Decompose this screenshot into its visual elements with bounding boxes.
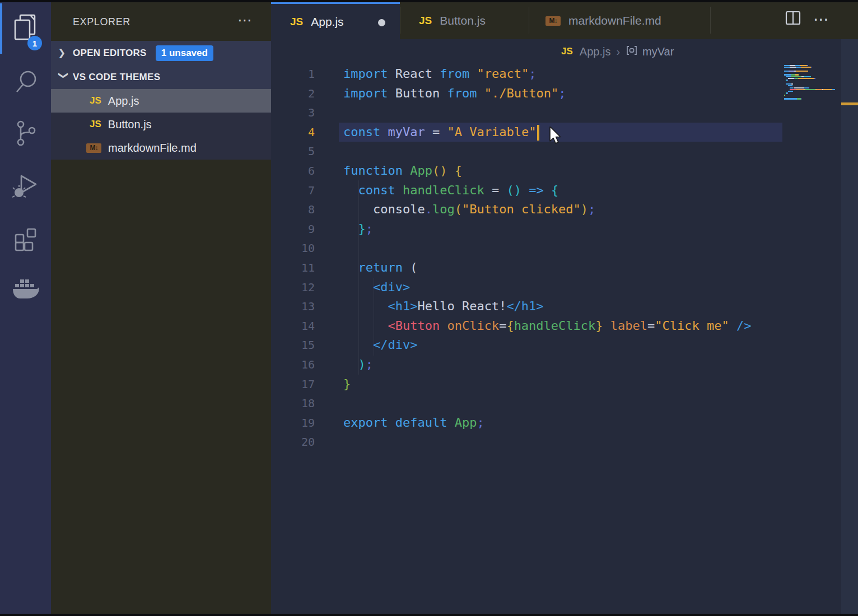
markdown-file-icon: M↓	[545, 16, 561, 26]
javascript-file-icon: JS	[419, 15, 432, 27]
activity-item-docker[interactable]	[0, 269, 51, 314]
breadcrumb-separator-icon: ›	[616, 45, 620, 58]
activity-bar: 1	[0, 0, 52, 616]
chevron-down-icon	[58, 72, 69, 83]
code-line[interactable]: };	[343, 220, 752, 239]
markdown-file-icon: M↓	[86, 143, 101, 153]
line-number: 4	[271, 123, 315, 142]
editor-actions: ⋯	[785, 2, 858, 37]
javascript-file-icon: JS	[290, 16, 303, 28]
mouse-pointer	[549, 127, 566, 148]
editor-more-actions-icon[interactable]: ⋯	[813, 2, 831, 37]
line-number: 15	[271, 335, 315, 355]
line-number: 6	[271, 161, 315, 181]
code-line[interactable]	[343, 394, 752, 413]
code-editor[interactable]: import React from "react";import Button …	[343, 64, 752, 452]
explorer-sidebar: EXPLORER ⋯ OPEN EDITORS 1 unsaved VS COD…	[51, 0, 271, 616]
tab-label: Button.js	[440, 14, 486, 27]
code-line[interactable]: </div>	[343, 335, 752, 355]
activity-item-search[interactable]	[0, 62, 51, 106]
activity-item-explorer[interactable]: 1	[0, 8, 51, 53]
minimap-line	[784, 100, 840, 102]
tab-label: App.js	[311, 15, 343, 29]
line-number: 13	[271, 297, 315, 316]
unsaved-count-badge: 1 unsaved	[156, 45, 213, 61]
open-editors-section[interactable]: OPEN EDITORS 1 unsaved	[51, 41, 271, 65]
breadcrumb-symbol[interactable]: myVar	[642, 45, 674, 58]
run-and-debug-icon	[12, 172, 39, 203]
file-name: Button.js	[108, 118, 152, 131]
vs-code-themes-section[interactable]: VS CODE THEMES	[51, 65, 271, 89]
javascript-file-icon: JS	[90, 95, 101, 106]
breadcrumb: JS App.js › myVar	[542, 39, 858, 64]
line-number: 17	[271, 375, 315, 394]
code-line[interactable]: <h1>Hello React!</h1>	[343, 297, 752, 316]
window-bottom-edge	[0, 614, 858, 616]
line-number: 20	[271, 432, 315, 452]
code-line[interactable]: export default App;	[343, 413, 752, 433]
text-caret	[537, 125, 539, 141]
code-line[interactable]: <Button onClick={handleClick} label="Cli…	[343, 316, 752, 336]
line-number: 16	[271, 355, 315, 375]
line-number: 2	[271, 84, 315, 104]
code-line[interactable]: function App() {	[343, 161, 752, 181]
line-number: 19	[271, 413, 315, 433]
window-top-edge	[0, 0, 858, 2]
symbol-variable-icon	[626, 44, 638, 59]
editor-gutter: 1234567891011121314151617181920	[271, 64, 315, 452]
tab-appjs[interactable]: JS App.js	[271, 2, 400, 39]
sidebar-header: EXPLORER ⋯	[51, 0, 271, 41]
code-line[interactable]	[343, 432, 752, 452]
line-number: 9	[271, 220, 315, 239]
tab-separator	[710, 7, 711, 34]
line-number: 3	[271, 103, 315, 123]
tab-markdown[interactable]: M↓ markdownFile.md	[529, 2, 710, 39]
activity-item-source-control[interactable]	[0, 112, 51, 157]
themes-folder-label: VS CODE THEMES	[73, 72, 160, 83]
line-number: 5	[271, 142, 315, 161]
line-number: 11	[271, 258, 315, 278]
code-line[interactable]: }	[343, 375, 752, 394]
cursor-position-marker	[841, 102, 858, 105]
code-line[interactable]: import Button from "./Button";	[343, 84, 752, 104]
open-editors-label: OPEN EDITORS	[73, 48, 147, 59]
activity-item-run-debug[interactable]	[0, 165, 51, 210]
code-line[interactable]: return (	[343, 258, 752, 278]
code-line[interactable]	[343, 239, 752, 258]
line-number: 14	[271, 316, 315, 336]
editor-scrollbar[interactable]	[841, 39, 858, 614]
code-line[interactable]	[343, 142, 752, 161]
file-name: App.js	[108, 95, 139, 108]
code-line[interactable]: console.log("Button clicked");	[343, 200, 752, 220]
code-line[interactable]: );	[343, 355, 752, 375]
tab-buttonjs[interactable]: JS Button.js	[400, 2, 529, 39]
code-line[interactable]	[343, 103, 752, 123]
source-control-icon	[13, 119, 38, 150]
docker-icon	[12, 277, 40, 305]
activity-item-extensions[interactable]	[0, 217, 51, 262]
line-number: 12	[271, 278, 315, 297]
line-number: 10	[271, 239, 315, 258]
code-line[interactable]: <div>	[343, 278, 752, 297]
file-item-markdown[interactable]: M↓ markdownFile.md	[51, 136, 271, 160]
breadcrumb-file[interactable]: App.js	[580, 45, 611, 58]
modified-dot-icon[interactable]	[378, 19, 385, 26]
file-name: markdownFile.md	[108, 142, 197, 155]
sidebar-more-actions-icon[interactable]: ⋯	[237, 0, 253, 41]
javascript-file-icon: JS	[561, 46, 573, 57]
split-editor-icon[interactable]	[785, 11, 801, 27]
file-item-appjs[interactable]: JS App.js	[51, 89, 271, 113]
javascript-file-icon: JS	[90, 119, 101, 130]
file-item-buttonjs[interactable]: JS Button.js	[51, 113, 271, 136]
sidebar-title: EXPLORER	[73, 0, 130, 41]
code-line[interactable]: const myVar = "A Variable"	[343, 123, 752, 142]
extensions-icon	[12, 225, 39, 255]
active-view-indicator	[0, 3, 2, 54]
line-number: 8	[271, 200, 315, 220]
code-line[interactable]: const handleClick = () => {	[343, 181, 752, 200]
line-number: 1	[271, 64, 315, 84]
minimap[interactable]	[784, 65, 840, 102]
open-editors-count-badge: 1	[27, 36, 42, 50]
code-line[interactable]: import React from "react";	[343, 64, 752, 84]
search-icon	[13, 69, 39, 99]
